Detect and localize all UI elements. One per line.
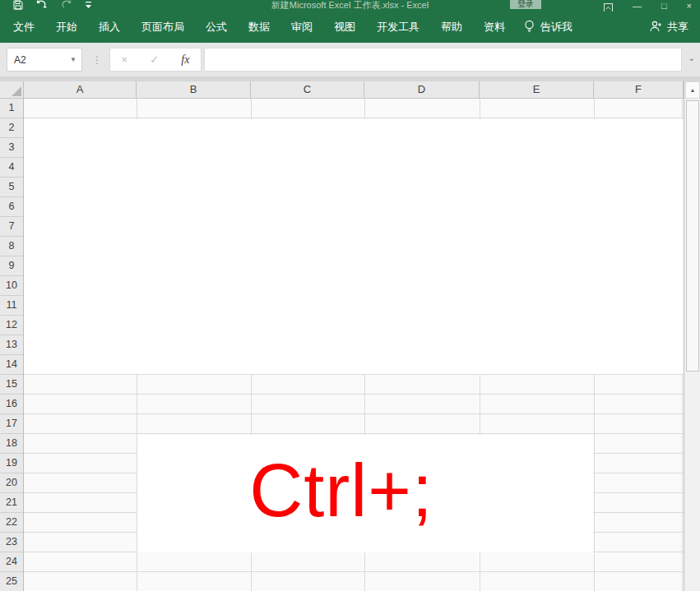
title-bar: 新建Microsoft Excel 工作表.xlsx - Excel 登录 — … xyxy=(0,0,700,12)
vertical-scrollbar[interactable]: ▲ xyxy=(684,81,700,591)
row-header-3[interactable]: 3 xyxy=(0,138,23,158)
ribbon-display-options-icon[interactable] xyxy=(604,1,613,12)
share-label: 共享 xyxy=(667,20,688,35)
row-header-5[interactable]: 5 xyxy=(0,178,23,197)
column-headers: ABCDEF xyxy=(24,81,684,99)
formula-bar: A2 ▼ ⋮ × ✓ fx ⌄ xyxy=(0,43,700,76)
row-header-16[interactable]: 16 xyxy=(0,395,23,414)
shortcut-annotation: Ctrl+; xyxy=(249,449,433,533)
minimize-button[interactable]: — xyxy=(633,0,642,12)
ribbon-tab-2[interactable]: 插入 xyxy=(88,12,131,43)
row-header-21[interactable]: 21 xyxy=(0,493,23,513)
formula-bar-resizer[interactable]: ⋮ xyxy=(92,48,102,72)
row-header-19[interactable]: 19 xyxy=(0,454,23,473)
column-header-C[interactable]: C xyxy=(251,81,364,99)
row-header-11[interactable]: 11 xyxy=(0,296,23,316)
column-header-E[interactable]: E xyxy=(480,81,594,99)
ribbon-tab-8[interactable]: 开发工具 xyxy=(366,12,430,43)
row-header-6[interactable]: 6 xyxy=(0,197,23,217)
row-header-22[interactable]: 22 xyxy=(0,513,23,533)
row-header-4[interactable]: 4 xyxy=(0,158,23,178)
row-header-10[interactable]: 10 xyxy=(0,276,23,296)
maximize-button[interactable]: □ xyxy=(661,0,667,12)
row-header-12[interactable]: 12 xyxy=(0,316,23,335)
row-header-2[interactable]: 2 xyxy=(0,118,23,138)
ribbon-tab-6[interactable]: 审阅 xyxy=(280,12,323,43)
window-title: 新建Microsoft Excel 工作表.xlsx - Excel xyxy=(0,0,700,11)
select-all-triangle-icon xyxy=(12,86,21,96)
row-header-7[interactable]: 7 xyxy=(0,217,23,237)
ribbon-tab-10[interactable]: 资料 xyxy=(473,12,516,43)
row-header-24[interactable]: 24 xyxy=(0,552,23,572)
ribbon-tab-7[interactable]: 视图 xyxy=(323,12,366,43)
insert-function-icon[interactable]: fx xyxy=(181,53,189,67)
row-header-25[interactable]: 25 xyxy=(0,572,23,591)
scroll-up-icon[interactable]: ▲ xyxy=(685,81,700,99)
vertical-scrollbar-thumb[interactable] xyxy=(686,100,699,372)
row-header-1[interactable]: 1 xyxy=(0,99,23,118)
column-header-B[interactable]: B xyxy=(137,81,251,99)
name-box[interactable]: A2 ▼ xyxy=(7,48,82,72)
row-header-8[interactable]: 8 xyxy=(0,237,23,256)
ribbon-tab-3[interactable]: 页面布局 xyxy=(131,12,195,43)
row-header-20[interactable]: 20 xyxy=(0,473,23,493)
cancel-icon[interactable]: × xyxy=(122,53,128,66)
tell-me-label: 告诉我 xyxy=(540,20,573,35)
expand-formula-bar-icon[interactable]: ⌄ xyxy=(688,53,695,62)
row-headers: 1234567891011121314151617181920212223242… xyxy=(0,99,24,591)
formula-input[interactable] xyxy=(204,48,682,72)
name-box-value: A2 xyxy=(7,54,65,66)
name-box-dropdown-icon[interactable]: ▼ xyxy=(65,56,81,63)
excel-window: 新建Microsoft Excel 工作表.xlsx - Excel 登录 — … xyxy=(0,0,700,591)
ribbon-tab-bar: 文件开始插入页面布局公式数据审阅视图开发工具帮助资料 告诉我 共享 xyxy=(0,12,700,43)
ribbon-tab-5[interactable]: 数据 xyxy=(238,12,280,43)
column-header-F[interactable]: F xyxy=(594,81,684,99)
ribbon-tab-0[interactable]: 文件 xyxy=(2,12,45,43)
ribbon-tab-9[interactable]: 帮助 xyxy=(430,12,473,43)
ribbon-tabs: 文件开始插入页面布局公式数据审阅视图开发工具帮助资料 xyxy=(0,12,516,43)
sign-in-button[interactable]: 登录 xyxy=(510,0,541,9)
tell-me-control[interactable]: 告诉我 xyxy=(524,20,573,35)
white-frame-overlay-bottom: Ctrl+; xyxy=(137,435,593,552)
row-header-18[interactable]: 18 xyxy=(0,434,23,454)
column-header-D[interactable]: D xyxy=(364,81,480,99)
formula-bar-buttons: × ✓ fx xyxy=(109,48,202,72)
row-header-17[interactable]: 17 xyxy=(0,414,23,434)
row-header-15[interactable]: 15 xyxy=(0,375,23,395)
row-header-23[interactable]: 23 xyxy=(0,533,23,552)
ribbon-tab-4[interactable]: 公式 xyxy=(195,12,238,43)
row-header-9[interactable]: 9 xyxy=(0,256,23,276)
select-all-button[interactable] xyxy=(0,81,24,99)
ribbon-tab-1[interactable]: 开始 xyxy=(45,12,88,43)
row-header-13[interactable]: 13 xyxy=(0,335,23,355)
white-frame-overlay-top xyxy=(24,119,684,374)
lightbulb-icon xyxy=(524,20,535,35)
person-add-icon xyxy=(649,21,662,35)
share-control[interactable]: 共享 xyxy=(649,12,688,43)
row-header-14[interactable]: 14 xyxy=(0,355,23,375)
window-controls: — □ × xyxy=(604,0,692,12)
column-header-A[interactable]: A xyxy=(24,81,137,99)
close-button[interactable]: × xyxy=(687,0,692,12)
enter-icon[interactable]: ✓ xyxy=(150,53,159,66)
